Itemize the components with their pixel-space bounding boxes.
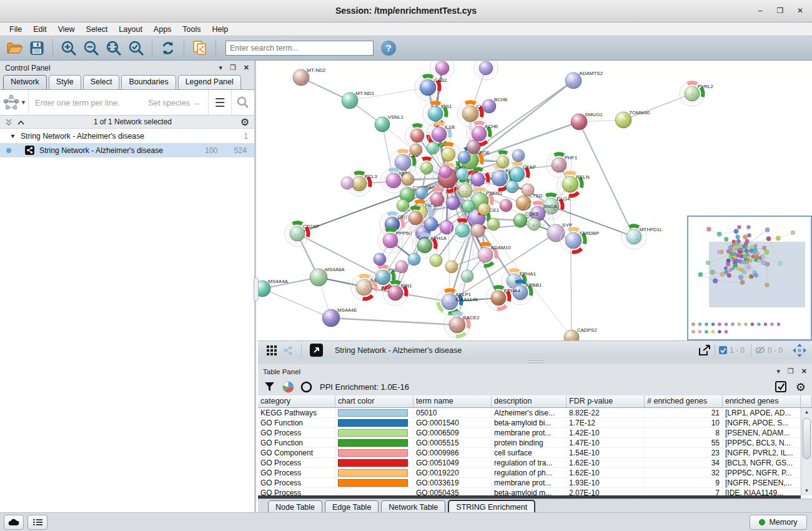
gear-icon[interactable]: ⚙ <box>796 380 806 394</box>
table-divider-handle[interactable] <box>528 360 544 363</box>
network-canvas[interactable]: MT-ND2MT-ND1VSNL1GAB2ADAMTS2PVRL2TOMM40S… <box>258 61 812 340</box>
menu-item-apps[interactable]: Apps <box>148 24 177 35</box>
menu-item-view[interactable]: View <box>52 24 81 35</box>
table-row[interactable]: GO ProcessGO:0050435beta-amyloid m...2.0… <box>258 488 812 495</box>
table-row[interactable]: GO FunctionGO:0001540beta-amyloid bi...1… <box>258 418 812 428</box>
hidden-nodes-indicator[interactable]: 0 - 0 <box>751 344 789 357</box>
refresh-icon[interactable] <box>159 39 177 57</box>
select-rows-icon[interactable] <box>775 381 787 393</box>
panel-divider-handle[interactable] <box>254 277 259 301</box>
network-node-SMUG1[interactable]: SMUG1 <box>571 112 603 130</box>
open-folder-icon[interactable] <box>5 39 24 57</box>
network-node[interactable] <box>474 61 498 80</box>
search-input[interactable] <box>225 41 374 56</box>
network-node[interactable] <box>487 218 500 231</box>
tab-edge-table[interactable]: Edge Table <box>325 500 379 514</box>
expand-all-icon[interactable] <box>5 118 13 126</box>
network-node-MS4A4A[interactable]: MS4A4A <box>258 279 289 297</box>
network-node[interactable] <box>471 224 485 237</box>
string-options-icon[interactable]: ☰ <box>208 90 231 115</box>
network-node[interactable] <box>528 218 540 231</box>
tab-node-table[interactable]: Node Table <box>268 500 322 514</box>
menu-item-select[interactable]: Select <box>81 24 114 35</box>
table-row[interactable]: GO ProcessGO:0051049regulation of tra...… <box>258 458 812 468</box>
copy-network-icon[interactable] <box>191 39 209 57</box>
column-header-chart-color[interactable]: chart color <box>335 395 413 408</box>
network-node-TOMM40[interactable]: TOMM40 <box>615 110 650 128</box>
grid-view-icon[interactable] <box>267 345 277 355</box>
network-node[interactable] <box>467 140 480 154</box>
network-node[interactable] <box>374 253 386 266</box>
menu-item-edit[interactable]: Edit <box>27 24 52 35</box>
table-row[interactable]: GO ComponentGO:0009986cell surface1.54E-… <box>258 448 812 458</box>
network-node-ADAM10[interactable]: ADAM10 <box>473 242 511 267</box>
tab-network[interactable]: Network <box>3 75 47 89</box>
zoom-selected-icon[interactable] <box>127 39 146 57</box>
network-node[interactable] <box>424 217 438 231</box>
column-header-FDR-p-value[interactable]: FDR p-value <box>567 395 645 408</box>
column-header-category[interactable]: category <box>258 395 335 408</box>
network-node[interactable] <box>478 203 490 216</box>
panel-close-icon[interactable]: ✕ <box>801 367 807 375</box>
column-header--enriched-genes[interactable]: # enriched genes <box>645 395 723 408</box>
tab-network-table[interactable]: Network Table <box>381 500 445 514</box>
network-node-MS4A6A[interactable]: MS4A6A <box>310 267 345 286</box>
network-node[interactable] <box>500 199 512 212</box>
network-node-VSNL1[interactable]: VSNL1 <box>375 114 404 132</box>
network-node[interactable] <box>410 144 422 156</box>
network-node-BCHE[interactable]: BCHE <box>482 97 508 113</box>
network-node[interactable] <box>440 221 453 234</box>
filter-icon[interactable] <box>264 382 275 392</box>
network-node[interactable] <box>430 254 442 267</box>
menu-item-tools[interactable]: Tools <box>177 24 206 35</box>
column-header-description[interactable]: description <box>492 395 567 408</box>
network-node[interactable] <box>458 151 470 164</box>
task-monitor-button[interactable] <box>27 515 47 530</box>
zoom-out-icon[interactable] <box>82 39 101 57</box>
network-node-BACE2[interactable]: BACE2 <box>444 312 480 338</box>
network-node[interactable] <box>408 253 420 266</box>
network-node-MT-ND1[interactable]: MT-ND1 <box>342 91 375 109</box>
ring-chart-icon[interactable] <box>300 381 312 393</box>
scroll-down-icon[interactable]: ▼ <box>801 487 812 495</box>
network-node-MT-ND2[interactable]: MT-ND2 <box>293 67 326 86</box>
network-node-PVRL2[interactable]: PVRL2 <box>680 81 714 106</box>
scroll-up-icon[interactable]: ▲ <box>801 408 812 417</box>
table-row[interactable]: GO ProcessGO:0006509membrane prot...1.42… <box>258 428 812 438</box>
network-node[interactable] <box>462 200 475 212</box>
help-icon[interactable]: ? <box>381 41 396 56</box>
network-node[interactable] <box>446 196 460 210</box>
network-node-ADAMTS2[interactable]: ADAMTS2 <box>565 71 603 89</box>
network-node[interactable] <box>395 261 408 273</box>
string-app-badge-icon[interactable] <box>310 344 323 357</box>
network-node-CADPS2[interactable]: CADPS2 <box>564 327 597 340</box>
export-network-icon[interactable] <box>698 344 711 357</box>
minimize-button[interactable]: – <box>753 6 767 16</box>
network-node-APLP1[interactable]: APLP1KIAA1149 <box>437 289 478 315</box>
vertical-scrollbar[interactable]: ▲ ▼ <box>801 408 812 495</box>
network-node[interactable] <box>445 261 458 273</box>
tab-legend-panel[interactable]: Legend Panel <box>178 75 241 89</box>
column-header-enriched-genes[interactable]: enriched genes <box>723 395 801 408</box>
tab-boundaries[interactable]: Boundaries <box>121 75 176 89</box>
close-button[interactable]: ✕ <box>793 6 807 16</box>
selected-nodes-indicator[interactable]: 1 - 0 <box>715 344 751 357</box>
menu-item-help[interactable]: Help <box>207 24 234 35</box>
panel-menu-icon[interactable]: ▾ <box>219 64 222 72</box>
tab-style[interactable]: Style <box>49 75 81 89</box>
panel-menu-icon[interactable]: ▾ <box>776 367 780 375</box>
tree-expand-icon[interactable]: ▼ <box>10 133 16 139</box>
set-species-label[interactable]: Set species → <box>148 98 208 107</box>
collapse-all-icon[interactable] <box>17 118 25 126</box>
network-node[interactable] <box>402 173 414 186</box>
string-search-icon[interactable] <box>231 90 254 115</box>
network-node-GAB2[interactable]: GAB2 <box>415 74 447 101</box>
table-row[interactable]: GO FunctionGO:0005515protein binding1.47… <box>258 438 812 448</box>
table-row[interactable]: KEGG Pathways05010Alzheimer's dise...8.8… <box>258 408 812 418</box>
share-view-icon[interactable] <box>283 345 293 355</box>
menu-item-layout[interactable]: Layout <box>113 24 148 35</box>
network-node[interactable] <box>415 157 438 179</box>
tab-select[interactable]: Select <box>83 75 120 89</box>
table-divider[interactable] <box>258 359 812 364</box>
table-row[interactable]: GO ProcessGO:0019220regulation of ph...1… <box>258 468 812 478</box>
